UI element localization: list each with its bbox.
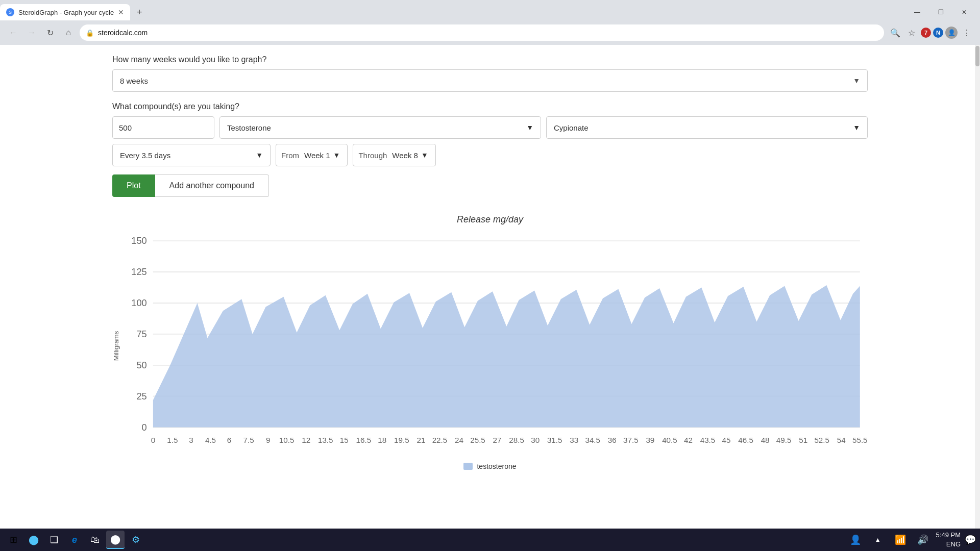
task-view-button[interactable]: ❑	[45, 531, 63, 549]
compound-type-arrow: ▼	[526, 123, 533, 132]
through-week-select[interactable]: Week 8 ▼	[390, 144, 430, 166]
legend-label: testosterone	[477, 462, 516, 470]
store-icon[interactable]: 🛍	[86, 531, 104, 549]
browser-window: S SteroidGraph - Graph your cycle ✕ + — …	[0, 0, 980, 551]
svg-text:10.5: 10.5	[279, 436, 295, 444]
svg-text:52.5: 52.5	[814, 436, 829, 444]
weeks-value: 8 weeks	[120, 77, 148, 85]
through-week-value: Week 8	[392, 151, 418, 160]
back-button[interactable]: ←	[6, 26, 20, 40]
frequency-value: Every 3.5 days	[120, 151, 170, 160]
svg-text:1.5: 1.5	[167, 436, 178, 444]
new-tab-button[interactable]: +	[132, 5, 146, 19]
page-content: How many weeks would you like to graph? …	[0, 45, 980, 529]
svg-text:0: 0	[142, 422, 147, 433]
scrollbar-thumb[interactable]	[975, 46, 979, 66]
svg-text:6: 6	[227, 436, 231, 444]
notification-icon[interactable]: 💬	[965, 534, 976, 545]
maximize-button[interactable]: ❐	[929, 4, 952, 20]
svg-text:125: 125	[131, 266, 146, 277]
compound-subtype-select[interactable]: Cypionate ▼	[546, 116, 868, 139]
from-week-select[interactable]: Week 1 ▼	[302, 144, 342, 166]
network-icon[interactable]: 👤	[846, 531, 865, 549]
svg-text:25.5: 25.5	[470, 436, 485, 444]
svg-text:100: 100	[131, 297, 146, 308]
taskbar-right: 👤 ▲ 📶 🔊 5:49 PM ENG 💬	[846, 531, 976, 549]
close-button[interactable]: ✕	[952, 4, 976, 20]
svg-text:39: 39	[646, 436, 654, 444]
compound-type-select[interactable]: Testosterone ▼	[219, 116, 541, 139]
chart-title: Release mg/day	[112, 214, 868, 225]
svg-text:12: 12	[302, 436, 310, 444]
up-arrow-icon[interactable]: ▲	[869, 531, 887, 549]
from-week-value: Week 1	[304, 151, 330, 160]
svg-text:49.5: 49.5	[776, 436, 792, 444]
tab-close-button[interactable]: ✕	[118, 8, 124, 16]
profile-icon[interactable]: 👤	[945, 27, 958, 39]
chart-legend: testosterone	[112, 462, 868, 470]
svg-text:7.5: 7.5	[243, 436, 254, 444]
svg-text:24: 24	[455, 436, 463, 444]
button-row: Plot Add another compound	[112, 174, 868, 197]
from-group: From Week 1 ▼	[276, 144, 348, 166]
active-tab[interactable]: S SteroidGraph - Graph your cycle ✕	[0, 4, 130, 20]
search-icon[interactable]: 🔍	[888, 26, 902, 40]
tab-bar: S SteroidGraph - Graph your cycle ✕ + — …	[0, 0, 980, 20]
svg-text:16.5: 16.5	[356, 436, 372, 444]
bookmark-icon[interactable]: ☆	[904, 26, 919, 40]
address-bar-row: ← → ↻ ⌂ 🔒 steroidcalc.com 🔍 ☆ 7 N 👤 ⋮	[0, 20, 980, 45]
cortana-button[interactable]: ⬤	[24, 531, 43, 549]
through-label: Through	[358, 151, 387, 160]
compound-row: mg Testosterone ▼ Cypionate ▼	[112, 116, 868, 139]
window-controls: — ❐ ✕	[905, 4, 980, 20]
wifi-icon[interactable]: 📶	[891, 531, 910, 549]
svg-text:45: 45	[722, 436, 731, 444]
svg-text:75: 75	[136, 329, 146, 339]
compound-subtype-arrow: ▼	[853, 123, 860, 132]
volume-icon[interactable]: 🔊	[914, 531, 932, 549]
svg-text:36: 36	[608, 436, 617, 444]
dose-input[interactable]	[113, 123, 214, 132]
clock-time: 5:49 PM	[936, 531, 961, 540]
scrollbar[interactable]	[975, 45, 980, 529]
address-bar[interactable]: 🔒 steroidcalc.com	[80, 24, 884, 41]
chrome-icon[interactable]: ⬤	[106, 531, 125, 549]
start-button[interactable]: ⊞	[4, 531, 22, 549]
svg-text:37.5: 37.5	[623, 436, 639, 444]
tab-title: SteroidGraph - Graph your cycle	[18, 9, 114, 16]
plot-button[interactable]: Plot	[112, 174, 155, 197]
svg-text:33: 33	[570, 436, 578, 444]
add-compound-button[interactable]: Add another compound	[155, 174, 269, 197]
refresh-button[interactable]: ↻	[43, 26, 57, 40]
svg-text:18: 18	[378, 436, 386, 444]
profile-badge-blue[interactable]: N	[933, 28, 943, 38]
svg-text:22.5: 22.5	[432, 436, 448, 444]
svg-text:13.5: 13.5	[318, 436, 333, 444]
svg-text:51: 51	[799, 436, 807, 444]
home-button[interactable]: ⌂	[61, 26, 76, 40]
weeks-dropdown-arrow: ▼	[853, 77, 860, 85]
svg-text:25: 25	[136, 391, 146, 402]
svg-text:34.5: 34.5	[585, 436, 600, 444]
taskbar-time[interactable]: 5:49 PM ENG	[936, 531, 961, 549]
weeks-dropdown[interactable]: 8 weeks ▼	[112, 69, 868, 92]
tab-favicon: S	[6, 8, 14, 16]
forward-button[interactable]: →	[24, 26, 39, 40]
compound-subtype-value: Cypionate	[554, 123, 589, 132]
chart-area: Milligrams 150	[112, 233, 868, 458]
chart-svg: 150 125 100 75 50 25 0	[122, 233, 868, 458]
frequency-select[interactable]: Every 3.5 days ▼	[112, 144, 271, 166]
svg-text:46.5: 46.5	[738, 436, 753, 444]
svg-text:30: 30	[531, 436, 540, 444]
svg-text:31.5: 31.5	[547, 436, 562, 444]
compound-type-value: Testosterone	[227, 123, 271, 132]
menu-icon[interactable]: ⋮	[960, 26, 974, 40]
svg-text:40.5: 40.5	[662, 436, 677, 444]
profile-badge-red[interactable]: 7	[921, 28, 931, 38]
svg-text:48: 48	[761, 436, 770, 444]
edge-icon[interactable]: e	[65, 531, 84, 549]
through-group: Through Week 8 ▼	[353, 144, 435, 166]
lock-icon: 🔒	[86, 29, 94, 37]
minimize-button[interactable]: —	[905, 4, 929, 20]
recuva-icon[interactable]: ⚙	[127, 531, 145, 549]
